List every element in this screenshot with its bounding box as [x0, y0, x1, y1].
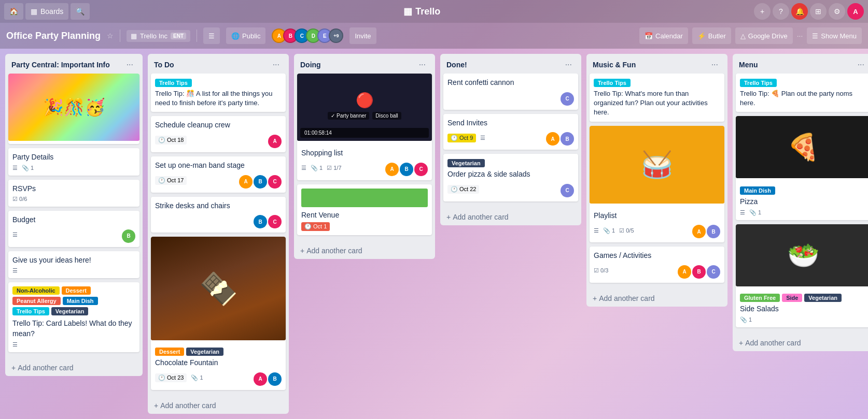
visibility-label: Public — [242, 32, 260, 40]
cleanup-title: Schedule cleanup crew — [155, 120, 282, 131]
column-doing: Doing ··· 🔴 ✓ Party banner Disco ball 01… — [294, 54, 435, 259]
playlist-member-1: A — [692, 225, 706, 238]
avatar-more[interactable]: +9 — [329, 28, 343, 43]
choco-member-1: A — [254, 372, 267, 386]
card-party-cover[interactable]: 🎉🎊🥳 — [8, 74, 139, 144]
visibility-btn[interactable]: 🌐 Public — [226, 27, 265, 44]
card-send-invites[interactable]: Send Invites 🕐 Oct 9 ☰ A B — [443, 114, 578, 150]
rsvps-title: RSVPs — [12, 184, 135, 194]
plus-icon-doing: + — [300, 247, 304, 255]
card-shopping-list[interactable]: 🔴 ✓ Party banner Disco ball 01:00:58:14 … — [297, 74, 432, 180]
view-btn[interactable]: ☰ — [203, 27, 220, 44]
show-menu-btn[interactable]: ☰ Show Menu — [807, 27, 862, 44]
column-header-menu: Menu ··· — [733, 54, 868, 74]
card-cleanup-crew[interactable]: Schedule cleanup crew 🕐 Oct 18 A — [151, 116, 286, 152]
column-menu-btn-done[interactable]: ··· — [562, 59, 575, 70]
add-card-doing[interactable]: + Add another card — [294, 242, 435, 259]
card-order-pizza[interactable]: Vegetarian Order pizza & side salads 🕐 O… — [443, 154, 578, 201]
label-vegetarian: Vegetarian — [51, 307, 89, 315]
column-header-todo: To Do ··· — [148, 54, 289, 74]
drive-label: Google Drive — [748, 32, 788, 40]
band-date: 🕐 Oct 17 — [155, 176, 187, 185]
column-title-party-central: Party Central: Important Info — [11, 61, 123, 69]
games-member-2: B — [692, 265, 706, 279]
add-card-party-central[interactable]: + Add another card — [5, 359, 143, 376]
apps-button[interactable]: ⊞ — [810, 3, 827, 20]
card-tip-music[interactable]: Trello Tips Trello Tip: What's more fun … — [590, 74, 724, 122]
column-done: Done! ··· ✏ Rent confetti cannon C Send … — [440, 54, 581, 225]
calendar-icon: 📅 — [645, 32, 653, 40]
card-side-salads[interactable]: 🥗 Gluten Free Side Vegetarian Side Salad… — [736, 224, 868, 327]
calendar-btn[interactable]: 📅 Calendar — [639, 27, 688, 44]
band-title: Set up one-man band stage — [155, 161, 282, 171]
pizza-attach-badge: 📎 1 — [749, 209, 761, 216]
add-card-doing-label: Add another card — [306, 247, 362, 255]
star-icon[interactable]: ☆ — [107, 32, 114, 40]
add-card-menu[interactable]: + Add another card — [733, 335, 868, 351]
salad-cover: 🥗 — [736, 224, 868, 286]
chocolate-fountain-image: 🍫 — [199, 270, 238, 307]
column-todo: To Do ··· Trello Tips Trello Tip: 🎊 A li… — [148, 54, 289, 414]
band-member-2: B — [254, 175, 267, 189]
list-icon: ☰ — [12, 165, 18, 171]
card-playlist[interactable]: 🥁 Playlist ☰ 📎 1 ☑ 0/5 A B — [590, 126, 724, 243]
column-menu-btn-party-central[interactable]: ··· — [123, 59, 136, 70]
org-badge[interactable]: ▦ Trello Inc ENT — [127, 30, 190, 42]
invites-member-2: B — [561, 132, 574, 146]
card-one-man-band[interactable]: Set up one-man band stage 🕐 Oct 17 A B C — [151, 156, 286, 193]
card-budget[interactable]: Budget ☰ B — [8, 211, 139, 247]
column-title-doing: Doing — [300, 61, 416, 69]
order-pizza-title: Order pizza & side salads — [447, 169, 574, 180]
pizza-date: 🕐 Oct 22 — [447, 185, 479, 194]
column-menu-btn-music[interactable]: ··· — [708, 59, 721, 70]
trello-tip-badge-menu: Trello Tips — [740, 79, 777, 87]
card-games-activities[interactable]: Games / Activities ☑ 0/3 A B C — [590, 247, 724, 283]
tip-text-todo: Trello Tip: 🎊 A list for all the things … — [155, 89, 282, 108]
card-give-ideas[interactable]: Give us your ideas here! ☰ — [8, 251, 139, 279]
user-avatar[interactable]: A — [847, 3, 864, 20]
shopping-member-3: C — [414, 163, 428, 176]
pizza-card-title: Pizza — [740, 197, 866, 207]
column-header-doing: Doing ··· — [294, 54, 435, 74]
settings-button[interactable]: ⚙ — [829, 3, 845, 20]
column-menu-btn-doing[interactable]: ··· — [416, 59, 429, 70]
shopping-checklist: ☑ 1/7 — [327, 165, 341, 171]
card-rent-venue[interactable]: Rent Venue 🕐 Oct 1 — [297, 184, 432, 236]
member-avatars: A B C D E +9 — [272, 28, 343, 43]
search-button[interactable]: 🔍 — [71, 3, 90, 20]
card-strike-desks[interactable]: Strike desks and chairs B C — [151, 197, 286, 233]
notifications-button[interactable]: 🔔 — [791, 3, 808, 20]
column-menu-btn-menu[interactable]: ··· — [855, 59, 867, 70]
add-card-done[interactable]: + Add another card — [440, 209, 581, 225]
nav-center: ▦ Trello — [92, 6, 752, 17]
home-button[interactable]: 🏠 — [4, 3, 23, 20]
divider — [120, 30, 120, 42]
column-title-todo: To Do — [154, 61, 270, 69]
trello-tip-badge-music: Trello Tips — [594, 79, 631, 87]
strike-title: Strike desks and chairs — [155, 201, 282, 211]
card-party-details[interactable]: Party Details ☰ 📎 1 — [8, 148, 139, 176]
butler-btn[interactable]: ⚡ Butler — [692, 27, 731, 44]
card-chocolate-fountain[interactable]: 🍫 Dessert Vegetarian Chocolate Fountain … — [151, 237, 286, 390]
add-card-todo[interactable]: + Add another card — [148, 397, 289, 414]
info-button[interactable]: ? — [773, 3, 789, 20]
party-cover-image: 🎉🎊🥳 — [43, 97, 105, 117]
playlist-checklist: ☑ 0/5 — [619, 227, 634, 234]
column-menu-btn-todo[interactable]: ··· — [270, 59, 283, 70]
budget-member-avatar: B — [122, 229, 135, 243]
card-confetti-cannon[interactable]: ✏ Rent confetti cannon C — [443, 74, 578, 110]
card-tip-menu[interactable]: Trello Tips Trello Tip: 🍕 Plan out the p… — [736, 74, 868, 112]
card-rsvps[interactable]: RSVPs ☑ 0/6 — [8, 180, 139, 207]
butler-label: Butler — [708, 32, 726, 40]
drive-btn[interactable]: △ Google Drive — [735, 27, 793, 44]
plus-icon-done: + — [446, 213, 451, 221]
card-pizza[interactable]: 🍕 Main Dish Pizza ☰ 📎 1 — [736, 116, 868, 220]
card-tip-todo[interactable]: Trello Tips Trello Tip: 🎊 A list for all… — [151, 74, 286, 112]
add-button[interactable]: + — [754, 3, 771, 20]
add-card-music[interactable]: + Add another card — [586, 290, 727, 307]
choco-attach: 📎 1 — [191, 374, 203, 381]
give-ideas-title: Give us your ideas here! — [12, 255, 135, 266]
card-labels-tip[interactable]: Non-Alcoholic Dessert Peanut Allergy Mai… — [8, 282, 139, 352]
invite-btn[interactable]: Invite — [349, 27, 376, 44]
boards-button[interactable]: ▦ Boards — [25, 3, 68, 20]
